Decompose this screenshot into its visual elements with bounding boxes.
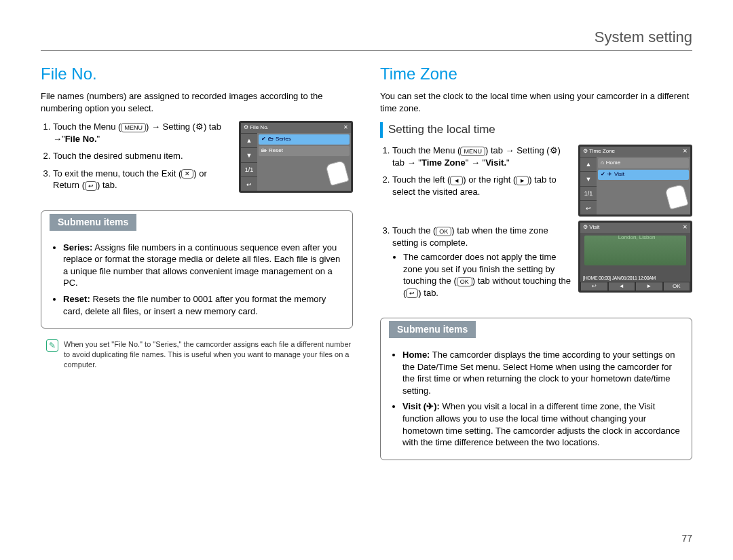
- submenu-home: Home: The camcorder displays the time ac…: [402, 349, 682, 396]
- left-icon: ◄: [450, 176, 463, 185]
- screen-side-buttons: ▲ ▼ 1/1 ↩: [580, 157, 597, 215]
- note-text: When you set "File No." to "Series," the…: [64, 339, 353, 370]
- down-icon: ▼: [580, 171, 597, 186]
- right-column: Time Zone You can set the clock to the l…: [380, 63, 692, 460]
- time-zone-screen-1: ⚙ Time Zone ✕ ▲ ▼ 1/1 ↩ ⌂ Home ✔ ✈ Visit: [578, 145, 692, 217]
- x-icon: ✕: [181, 169, 193, 179]
- file-no-title: File No.: [41, 63, 353, 85]
- file-no-submenu-box: Submenu items Series: Assigns file numbe…: [41, 210, 353, 329]
- tz-step-1: Touch the Menu (MENU) tab → Setting (⚙) …: [392, 145, 574, 168]
- time-zone-steps-cont: Touch the (OK) tab when the time zone se…: [380, 225, 574, 299]
- screen-row-home: ⌂ Home: [598, 158, 689, 168]
- ok-icon: OK: [663, 282, 691, 291]
- return-icon: ↩: [85, 181, 97, 191]
- return-icon: ↩: [406, 288, 418, 298]
- time-zone-intro: You can set the clock to the local time …: [380, 90, 692, 114]
- right-icon: ►: [516, 176, 529, 185]
- time-zone-submenu-box: Submenu items Home: The camcorder displa…: [380, 318, 692, 460]
- gear-icon: ⚙: [550, 145, 558, 155]
- note-icon: ✎: [46, 339, 58, 352]
- screen-page: 1/1: [580, 186, 597, 201]
- hand-cursor-icon: [324, 160, 348, 184]
- submenu-visit: Visit (✈): When you visit a local in a d…: [402, 400, 682, 448]
- content-columns: File No. File names (numbers) are assign…: [41, 63, 692, 460]
- return-icon: ↩: [241, 176, 257, 191]
- screen-row-series: ✔ 🗁 Series: [259, 134, 350, 145]
- screen-row-reset: 🗁 Reset: [259, 146, 350, 156]
- submenu-title: Submenu items: [389, 321, 476, 338]
- map-buttons: ↩ ◄ ► OK: [580, 282, 690, 291]
- right-icon: ►: [635, 282, 663, 291]
- time-zone-title: Time Zone: [380, 63, 692, 85]
- submenu-title: Submenu items: [50, 214, 136, 231]
- file-no-submenu-list: Series: Assigns file numbers in a contin…: [51, 242, 343, 317]
- left-icon: ◄: [608, 282, 636, 291]
- down-icon: ▼: [241, 147, 257, 162]
- file-no-note: ✎ When you set "File No." to "Series," t…: [41, 339, 353, 370]
- close-icon: ✕: [683, 148, 688, 155]
- time-zone-subhead: Setting the local time: [380, 122, 692, 138]
- screen-title-bar: ⚙ File No. ✕: [241, 123, 351, 133]
- up-icon: ▲: [580, 157, 597, 172]
- submenu-reset: Reset: Resets the file number to 0001 af…: [63, 293, 343, 317]
- ok-icon: OK: [457, 277, 472, 286]
- gear-icon: ⚙: [195, 122, 204, 132]
- screen-title-bar: ⚙ Visit ✕: [580, 223, 690, 233]
- close-icon: ✕: [683, 224, 688, 231]
- tz-step-3: Touch the (OK) tab when the time zone se…: [392, 225, 574, 299]
- page-header: System setting: [41, 27, 692, 51]
- time-zone-steps: Touch the Menu (MENU) tab → Setting (⚙) …: [380, 145, 574, 198]
- hand-cursor-icon: [663, 183, 688, 208]
- page-number: 77: [681, 532, 692, 545]
- menu-icon: MENU: [121, 123, 146, 132]
- submenu-series: Series: Assigns file numbers in a contin…: [63, 242, 343, 289]
- return-icon: ↩: [580, 200, 597, 215]
- tz-step-2: Touch the left (◄) or the right (►) tab …: [392, 174, 574, 198]
- file-no-screen: ⚙ File No. ✕ ▲ ▼ 1/1 ↩ ✔ 🗁 Series 🗁 Rese…: [239, 121, 353, 193]
- ok-icon: OK: [436, 227, 451, 236]
- left-column: File No. File names (numbers) are assign…: [41, 63, 353, 460]
- close-icon: ✕: [343, 124, 348, 132]
- world-map-icon: [584, 236, 686, 265]
- map-status: [HOME 00:00] JAN/01/2011 12:00AM: [583, 275, 688, 281]
- time-zone-screen-2: ⚙ Visit ✕ London, Lisbon [HOME 00:00] JA…: [578, 221, 692, 293]
- screen-title-bar: ⚙ Time Zone ✕: [580, 147, 690, 157]
- screen-side-buttons: ▲ ▼ 1/1 ↩: [241, 133, 257, 191]
- file-no-intro: File names (numbers) are assigned to rec…: [41, 90, 353, 114]
- tz-step-3-note: The camcorder does not apply the time zo…: [403, 251, 574, 299]
- up-icon: ▲: [241, 133, 257, 148]
- menu-icon: MENU: [460, 147, 485, 156]
- screen-page: 1/1: [241, 162, 257, 177]
- return-icon: ↩: [580, 282, 608, 291]
- time-zone-submenu-list: Home: The camcorder displays the time ac…: [390, 349, 682, 448]
- screen-row-visit: ✔ ✈ Visit: [598, 170, 689, 180]
